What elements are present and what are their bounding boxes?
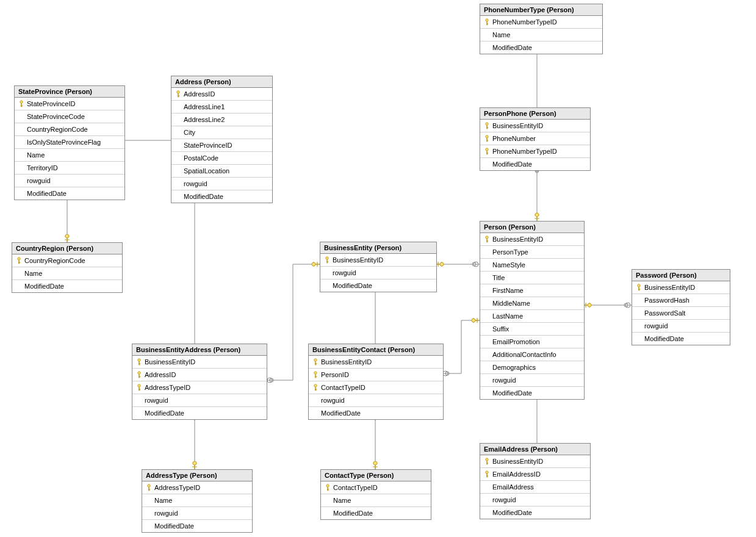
- entity-emailaddress[interactable]: EmailAddress (Person)BusinessEntityIDEma…: [480, 443, 591, 519]
- entity-title: BusinessEntityContact (Person): [309, 344, 443, 356]
- column-name: ContactTypeID: [332, 484, 378, 491]
- column-row[interactable]: AddressTypeID: [142, 481, 252, 494]
- column-row[interactable]: Name: [15, 148, 124, 161]
- entity-countryregion[interactable]: CountryRegion (Person)CountryRegionCodeN…: [12, 242, 123, 293]
- column-row[interactable]: BusinessEntityID: [309, 356, 443, 368]
- svg-rect-83: [486, 477, 488, 477]
- entity-contacttype[interactable]: ContactType (Person)ContactTypeIDNameMod…: [320, 469, 431, 520]
- column-row[interactable]: ContactTypeID: [321, 481, 431, 494]
- entity-address[interactable]: Address (Person)AddressIDAddressLine1Add…: [171, 76, 273, 203]
- column-row[interactable]: ContactTypeID: [309, 381, 443, 394]
- entity-businessentity[interactable]: BusinessEntity (Person)BusinessEntityIDr…: [320, 242, 437, 292]
- column-row[interactable]: IsOnlyStateProvinceFlag: [15, 135, 124, 148]
- column-row[interactable]: Name: [321, 494, 431, 506]
- svg-point-52: [486, 19, 488, 21]
- entity-businessentitycontact[interactable]: BusinessEntityContact (Person)BusinessEn…: [308, 344, 444, 420]
- column-row[interactable]: PasswordHash: [632, 294, 730, 306]
- column-row[interactable]: StateProvinceID: [171, 139, 272, 151]
- column-row[interactable]: ModifiedDate: [171, 190, 272, 203]
- column-row[interactable]: Title: [480, 271, 584, 284]
- entity-phonenumbertype[interactable]: PhoneNumberType (Person)PhoneNumberTypeI…: [480, 4, 603, 54]
- column-name: ModifiedDate: [331, 282, 372, 289]
- column-row[interactable]: EmailPromotion: [480, 335, 584, 348]
- column-row[interactable]: BusinessEntityID: [480, 455, 590, 467]
- column-row[interactable]: AddressLine2: [171, 113, 272, 126]
- column-row[interactable]: rowguid: [142, 506, 252, 519]
- column-name: ModifiedDate: [643, 335, 684, 342]
- entity-title: BusinessEntity (Person): [320, 242, 436, 254]
- entity-addresstype[interactable]: AddressType (Person)AddressTypeIDNamerow…: [142, 469, 253, 533]
- column-row[interactable]: Name: [480, 28, 602, 41]
- column-row[interactable]: EmailAddress: [480, 480, 590, 493]
- column-row[interactable]: BusinessEntityID: [632, 281, 730, 294]
- column-row[interactable]: rowguid: [15, 174, 124, 187]
- svg-point-12: [18, 258, 20, 260]
- svg-rect-67: [486, 154, 488, 154]
- column-row[interactable]: PhoneNumberTypeID: [480, 145, 590, 157]
- column-row[interactable]: ModifiedDate: [15, 187, 124, 200]
- column-row[interactable]: CountryRegionCode: [12, 254, 122, 267]
- column-row[interactable]: rowguid: [171, 177, 272, 190]
- column-row[interactable]: TerritoryID: [15, 161, 124, 174]
- column-row[interactable]: EmailAddressID: [480, 467, 590, 480]
- primary-key-icon: [17, 100, 26, 107]
- column-row[interactable]: AddressTypeID: [132, 381, 267, 394]
- column-row[interactable]: BusinessEntityID: [132, 356, 267, 368]
- column-row[interactable]: PersonType: [480, 245, 584, 258]
- column-row[interactable]: ModifiedDate: [132, 406, 267, 419]
- entity-person[interactable]: Person (Person)BusinessEntityIDPersonTyp…: [480, 221, 585, 400]
- entity-businessentityaddress[interactable]: BusinessEntityAddress (Person)BusinessEn…: [132, 344, 267, 420]
- svg-rect-22: [139, 376, 140, 377]
- column-row[interactable]: Suffix: [480, 322, 584, 335]
- entity-title: ContactType (Person): [321, 470, 431, 481]
- column-row[interactable]: ModifiedDate: [632, 332, 730, 345]
- column-row[interactable]: AddressID: [171, 88, 272, 100]
- column-row[interactable]: PhoneNumberTypeID: [480, 16, 602, 28]
- column-name: PostalCode: [182, 154, 218, 162]
- column-row[interactable]: City: [171, 126, 272, 139]
- column-row[interactable]: PostalCode: [171, 151, 272, 164]
- column-name: Title: [491, 274, 505, 281]
- column-row[interactable]: PersonID: [309, 368, 443, 381]
- column-row[interactable]: ModifiedDate: [321, 506, 431, 519]
- column-name: PasswordHash: [643, 297, 689, 304]
- column-row[interactable]: PasswordSalt: [632, 306, 730, 319]
- column-row[interactable]: BusinessEntityID: [480, 233, 584, 245]
- column-row[interactable]: ModifiedDate: [309, 406, 443, 419]
- column-row[interactable]: NameStyle: [480, 258, 584, 271]
- column-row[interactable]: StateProvinceCode: [15, 110, 124, 123]
- column-row[interactable]: BusinessEntityID: [320, 254, 436, 266]
- column-row[interactable]: AddressID: [132, 368, 267, 381]
- column-row[interactable]: StateProvinceID: [15, 98, 124, 110]
- column-row[interactable]: SpatialLocation: [171, 164, 272, 177]
- column-row[interactable]: ModifiedDate: [142, 519, 252, 532]
- column-row[interactable]: MiddleName: [480, 297, 584, 309]
- column-row[interactable]: ModifiedDate: [480, 157, 590, 170]
- column-row[interactable]: PhoneNumber: [480, 132, 590, 145]
- column-row[interactable]: ModifiedDate: [480, 506, 590, 519]
- column-row[interactable]: FirstName: [480, 284, 584, 297]
- svg-rect-6: [21, 105, 23, 106]
- entity-password[interactable]: Password (Person)BusinessEntityIDPasswor…: [632, 269, 730, 345]
- column-row[interactable]: rowguid: [320, 266, 436, 279]
- column-row[interactable]: rowguid: [480, 373, 584, 386]
- entity-stateprovince[interactable]: StateProvince (Person)StateProvinceIDSta…: [14, 85, 125, 200]
- column-row[interactable]: rowguid: [632, 319, 730, 332]
- column-row[interactable]: AddressLine1: [171, 100, 272, 113]
- column-row[interactable]: rowguid: [132, 394, 267, 406]
- column-row[interactable]: Name: [12, 267, 122, 279]
- column-row[interactable]: CountryRegionCode: [15, 123, 124, 135]
- column-row[interactable]: AdditionalContactInfo: [480, 348, 584, 361]
- column-row[interactable]: ModifiedDate: [12, 279, 122, 292]
- column-row[interactable]: Demographics: [480, 361, 584, 373]
- entity-personphone[interactable]: PersonPhone (Person)BusinessEntityIDPhon…: [480, 107, 591, 171]
- column-row[interactable]: ModifiedDate: [480, 386, 584, 399]
- column-row[interactable]: ModifiedDate: [480, 41, 602, 54]
- column-row[interactable]: rowguid: [480, 493, 590, 506]
- column-row[interactable]: ModifiedDate: [320, 279, 436, 292]
- column-name: rowguid: [143, 397, 168, 404]
- column-row[interactable]: BusinessEntityID: [480, 120, 590, 132]
- column-row[interactable]: Name: [142, 494, 252, 506]
- column-row[interactable]: rowguid: [309, 394, 443, 406]
- column-row[interactable]: LastName: [480, 309, 584, 322]
